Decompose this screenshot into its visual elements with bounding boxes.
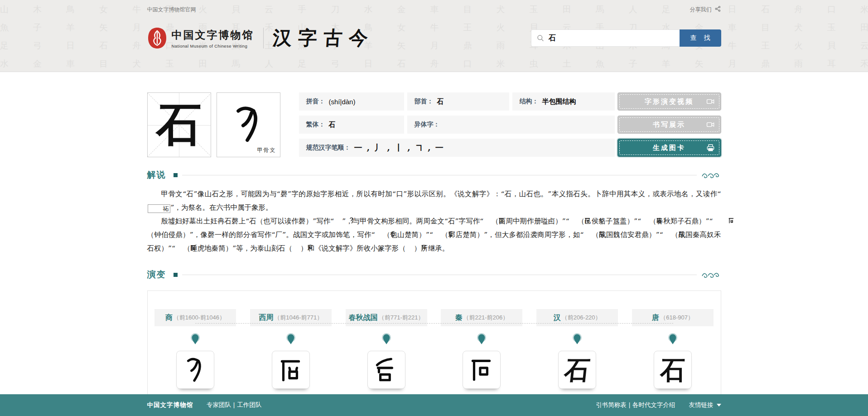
bushou-label: 部首： [415, 97, 434, 106]
friend-links-label: 友情链接 [689, 401, 714, 409]
footer-museum-link[interactable]: 中国文字博物馆 [147, 401, 193, 409]
timeline-column-4: 秦（前221-前206） [434, 309, 530, 389]
action-button-label: 书写展示 [653, 121, 685, 129]
period-glyph-card[interactable]: 石 [558, 351, 596, 389]
printer-icon [706, 144, 715, 152]
ancient-glyph-image [714, 216, 721, 225]
period-glyph: 石 [660, 357, 685, 382]
scroll-ornament-icon [701, 171, 721, 179]
character-summary-row: 石 甲骨文 拼音： (shí|dàn) 部首： 石 结构： 半包围结构 繁体： [147, 92, 721, 157]
search-area: 查 找 [531, 29, 721, 47]
period-dates: （前771-前221） [379, 314, 424, 322]
bishun-label: 规范汉字笔顺： [306, 144, 351, 152]
yitizi-label: 异体字： [415, 121, 440, 129]
period-dates: （前206-220） [562, 314, 601, 322]
ancient-glyph-image [176, 243, 183, 252]
footer: 中国文字博物馆 专家团队 | 工作团队 引书简称表 | 各时代文字介绍 友情链接 [0, 394, 868, 416]
timeline-dashed-line [195, 323, 673, 324]
ancient-glyph-image [376, 229, 383, 239]
period-glyph-card[interactable] [367, 351, 405, 389]
ancient-glyph-image [641, 216, 649, 225]
share-label: 分享我们 [690, 6, 712, 14]
ancient-glyph-image [406, 243, 414, 252]
field-pinyin: 拼音： (shí|dàn) [299, 92, 404, 111]
period-dates: （前1046-前771） [274, 314, 323, 322]
timeline-column-2: 西周（前1046-前771） [243, 309, 338, 389]
oracle-caption: 甲骨文 [257, 146, 276, 154]
video-icon [706, 97, 715, 106]
period-dates: （前221-前206） [463, 314, 509, 322]
jiegou-value: 半包围结构 [542, 97, 576, 106]
share-icon[interactable] [714, 5, 721, 14]
header-band: 山 木 鳥 女 牛 王 火 貝 云 手 刀 水 金 車 目 犬 玉 田 馬 人 … [0, 0, 868, 72]
search-input[interactable] [549, 34, 674, 43]
search-button[interactable]: 查 找 [680, 29, 721, 47]
footer-tables-link[interactable]: 引书简称表 | 各时代文字介绍 [596, 401, 675, 409]
timeline-column-3: 春秋战国（前771-前221） [338, 309, 434, 389]
field-jiegou: 结构： 半包围结构 [512, 92, 615, 111]
main-character: 石 [148, 93, 211, 155]
museum-logo-seal [147, 27, 167, 49]
period-glyph-card[interactable] [272, 351, 310, 389]
footer-teams-link[interactable]: 专家团队 | 工作团队 [207, 401, 261, 409]
jieshuo-title: 解说 [147, 169, 166, 181]
search-box[interactable] [531, 29, 680, 47]
ancient-glyph-image [664, 229, 671, 239]
header-divider [263, 28, 264, 48]
ancient-glyph-image [570, 216, 577, 225]
period-name: 西周 [259, 313, 273, 323]
pinyin-label: 拼音： [306, 97, 325, 106]
action-buttons: 字形演变视频书写展示生成图卡 [617, 92, 721, 157]
oracle-character-box: 甲骨文 [217, 92, 280, 157]
action-button-label: 字形演变视频 [645, 97, 694, 106]
field-yitizi: 异体字： [407, 116, 615, 134]
timeline-column-6: 唐（618-907）石 [625, 309, 721, 389]
main-content: 石 甲骨文 拼音： (shí|dàn) 部首： 石 结构： 半包围结构 繁体： [147, 92, 721, 401]
museum-site-link[interactable]: 中国文字博物馆官网 [147, 6, 196, 14]
yanbian-section-header: 演变 [147, 269, 721, 281]
standard-character-box: 石 [147, 92, 211, 157]
jiegou-label: 结构： [520, 97, 539, 106]
ancient-glyph-image [484, 216, 491, 225]
period-glyph-card[interactable] [463, 351, 501, 389]
inline-character-image: 祏 [148, 204, 170, 213]
top-utility-bar: 中国文字博物馆官网 分享我们 [147, 5, 721, 14]
evolution-timeline-panel: 商（前1600-前1046）西周（前1046-前771）春秋战国（前771-前2… [147, 290, 721, 401]
period-dates: （前1600-前1046） [174, 314, 225, 322]
footer-left-links: 中国文字博物馆 专家团队 | 工作团队 [147, 401, 262, 409]
period-glyph-card[interactable] [176, 351, 214, 389]
section-square-marker [174, 273, 178, 277]
fanti-label: 繁体： [306, 121, 325, 129]
share-us[interactable]: 分享我们 [690, 5, 721, 14]
caret-down-icon [717, 404, 721, 406]
period-name: 商 [165, 313, 173, 323]
timeline-pin-icon [285, 333, 297, 346]
period-label: 西周（前1046-前771） [250, 309, 332, 326]
friend-links-dropdown[interactable]: 友情链接 [689, 401, 721, 409]
main-header: 中国文字博物馆 National Museum of Chinese Writi… [147, 25, 721, 51]
period-label: 春秋战国（前771-前221） [346, 309, 427, 326]
video-icon [706, 121, 715, 129]
timeline-pin-icon [571, 333, 583, 346]
ancient-glyph-image [293, 243, 300, 252]
timeline-pin-icon [476, 333, 487, 346]
action-button-2[interactable]: 书写展示 [617, 116, 721, 134]
period-label: 商（前1600-前1046） [154, 309, 236, 326]
timeline-column-1: 商（前1600-前1046） [148, 309, 243, 389]
period-name: 汉 [554, 313, 561, 323]
action-button-1[interactable]: 字形演变视频 [617, 92, 721, 111]
timeline-pin-icon [381, 333, 392, 346]
action-button-3[interactable]: 生成图卡 [617, 139, 721, 157]
period-glyph-card[interactable]: 石 [654, 351, 692, 389]
period-glyph: 石 [563, 357, 591, 382]
jieshuo-section-header: 解说 [147, 169, 721, 181]
ancient-glyph-image [334, 216, 342, 225]
museum-name: 中国文字博物馆 [172, 28, 254, 42]
fanti-value: 石 [329, 121, 336, 129]
character-info-grid: 拼音： (shí|dàn) 部首： 石 结构： 半包围结构 繁体： 石 异体字：… [299, 92, 615, 157]
period-dates: （618-907） [660, 314, 694, 322]
field-fanti: 繁体： 石 [299, 116, 404, 134]
field-bushou: 部首： 石 [407, 92, 509, 111]
field-bishun: 规范汉字笔顺： 一 , 丿 , 丨 , ㇕ , 一 [299, 139, 615, 157]
oracle-glyph-image [228, 97, 270, 152]
